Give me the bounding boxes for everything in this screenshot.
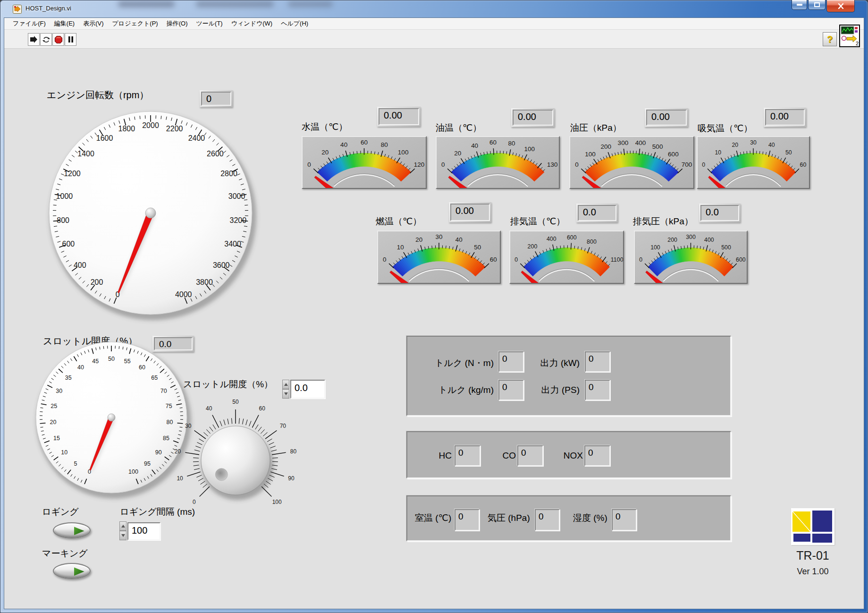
svg-text:90: 90: [155, 449, 162, 456]
humidity-value: 0: [612, 509, 637, 531]
svg-text:10: 10: [715, 149, 721, 156]
logging-interval-input[interactable]: 100: [127, 522, 160, 540]
svg-text:20: 20: [732, 142, 738, 148]
svg-text:3600: 3600: [213, 261, 230, 269]
svg-text:0: 0: [575, 161, 579, 168]
logging-interval-spinner[interactable]: [119, 521, 126, 540]
svg-text:1600: 1600: [96, 134, 113, 142]
oil-pressure-meter: 0100200300400500600700: [569, 136, 694, 189]
svg-text:50: 50: [108, 356, 115, 362]
room-temp-label: 室温 (℃): [415, 512, 451, 524]
decrement-button[interactable]: [119, 531, 126, 540]
water-temp-label: 水温（℃）: [302, 121, 347, 133]
svg-text:40: 40: [77, 364, 84, 371]
svg-text:5: 5: [74, 460, 77, 467]
increment-button[interactable]: [282, 380, 289, 389]
svg-text:0: 0: [639, 255, 642, 263]
hc-value: 0: [455, 445, 480, 466]
intake-temp-meter: 0102030405060: [697, 136, 810, 189]
svg-text:2800: 2800: [220, 170, 237, 178]
svg-text:600: 600: [668, 151, 679, 158]
menu-view[interactable]: 表示(V): [79, 17, 108, 30]
torque-kgm-label: トルク (kg/m): [404, 384, 494, 396]
logging-toggle-button[interactable]: [53, 522, 91, 538]
oil-temp-display: 0.00: [511, 108, 555, 127]
svg-text:60: 60: [259, 405, 266, 412]
svg-text:30: 30: [750, 139, 757, 145]
hc-label: HC: [420, 451, 452, 461]
svg-text:60: 60: [139, 364, 145, 371]
menu-window[interactable]: ウィンドウ(W): [227, 17, 277, 30]
power-kw-value: 0: [585, 351, 610, 372]
power-ps-value: 0: [585, 380, 610, 400]
svg-text:700: 700: [682, 161, 692, 168]
svg-text:0: 0: [307, 161, 311, 168]
svg-text:10: 10: [397, 244, 404, 251]
throttle-knob-label: スロットル開度（%）: [183, 378, 273, 391]
menu-edit[interactable]: 編集(E): [50, 17, 79, 30]
svg-text:0: 0: [514, 256, 518, 263]
abort-button[interactable]: [52, 33, 64, 46]
svg-text:100: 100: [128, 468, 138, 475]
context-help-button[interactable]: ?: [823, 32, 837, 46]
svg-text:800: 800: [57, 216, 69, 224]
menu-file[interactable]: ファイル(F): [8, 17, 50, 30]
svg-text:200: 200: [91, 278, 103, 286]
abort-icon: [54, 35, 63, 44]
pause-button[interactable]: [65, 33, 76, 46]
power-kw-label: 出力 (kW): [504, 357, 580, 369]
intake-temp-label: 吸気温（℃）: [698, 122, 752, 135]
model-name: TR-01: [791, 549, 834, 562]
svg-text:80: 80: [508, 140, 515, 147]
svg-text:60: 60: [361, 139, 368, 146]
svg-text:2600: 2600: [207, 150, 224, 158]
power-ps-label: 出力 (PS): [504, 384, 580, 396]
svg-text:70: 70: [280, 423, 287, 429]
menu-operate[interactable]: 操作(O): [162, 17, 192, 30]
logo-yellow-square: [792, 511, 810, 532]
svg-text:0: 0: [702, 161, 705, 168]
intake-temp-display: 0.00: [764, 108, 806, 127]
svg-text:55: 55: [124, 358, 131, 365]
svg-text:10: 10: [61, 449, 67, 456]
svg-text:3000: 3000: [228, 192, 245, 200]
menu-help[interactable]: ヘルプ(H): [277, 17, 312, 30]
svg-text:20: 20: [321, 149, 329, 156]
svg-text:25: 25: [51, 403, 57, 409]
logo-navy-square: [812, 511, 832, 532]
run-continuous-icon: [42, 35, 51, 44]
maximize-button[interactable]: [808, 0, 826, 10]
svg-text:20: 20: [175, 448, 181, 455]
run-button[interactable]: [28, 33, 40, 46]
run-icon: [29, 35, 38, 43]
svg-text:50: 50: [474, 244, 481, 251]
svg-text:130: 130: [547, 161, 557, 168]
oil-temp-meter: 020406080100130: [436, 136, 560, 189]
svg-text:45: 45: [92, 358, 99, 365]
minimize-button[interactable]: [792, 0, 807, 10]
vi-icon-pane[interactable]: 2: [839, 25, 860, 47]
menu-tools[interactable]: ツール(T): [192, 17, 227, 30]
svg-text:100: 100: [524, 145, 535, 153]
close-button[interactable]: [826, 0, 855, 12]
marking-toggle-button[interactable]: [53, 563, 91, 579]
marking-toggle-arrow-icon: [74, 567, 84, 576]
app-window: HOST_Design.vi ファイル(F) 編集(E) 表示(V) プロジェク…: [0, 0, 868, 613]
co-label: CO: [484, 451, 516, 461]
fuel-temp-meter: 0102030405060: [377, 230, 501, 284]
svg-text:40: 40: [768, 142, 775, 148]
logging-interval-label: ロギング間隔 (ms): [120, 506, 195, 518]
increment-button[interactable]: [119, 521, 126, 531]
svg-text:40: 40: [471, 142, 478, 149]
svg-text:80: 80: [290, 448, 297, 455]
menu-project[interactable]: プロジェクト(P): [108, 17, 162, 30]
torque-power-panel: [406, 336, 731, 416]
svg-text:800: 800: [587, 238, 597, 245]
logging-label: ロギング: [42, 506, 79, 518]
svg-text:50: 50: [785, 149, 792, 156]
exhaust-pressure-meter: 0100200300400500600: [634, 230, 748, 284]
svg-text:400: 400: [74, 261, 86, 269]
svg-text:100: 100: [585, 151, 596, 158]
titlebar[interactable]: HOST_Design.vi: [0, 0, 868, 17]
run-continuous-button[interactable]: [40, 33, 52, 46]
